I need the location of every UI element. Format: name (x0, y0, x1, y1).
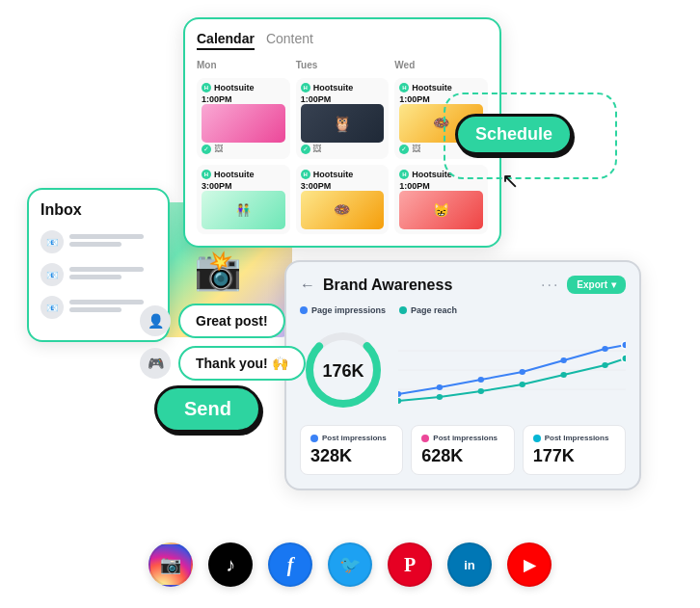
svg-point-17 (602, 362, 607, 368)
chat-row-0: 👤 Great post! (140, 304, 306, 338)
cal-cell-1[interactable]: HHootsuite 1:00PM 🦉 ✓ 🖼 (296, 78, 390, 159)
youtube-icon[interactable]: ▶ (507, 542, 552, 587)
brand-header: ← Brand Awareness ··· Export ▾ (300, 276, 626, 294)
chat-area: 👤 Great post! 🎮 Thank you! 🙌 (140, 304, 306, 388)
inbox-avatar-1: 📧 (40, 263, 64, 286)
metric-dot-fb (310, 435, 318, 442)
chat-avatar-0: 👤 (140, 305, 171, 336)
gauge-value: 176K (322, 361, 363, 382)
metric-dot-ig (421, 435, 429, 442)
export-chevron-icon: ▾ (611, 279, 616, 290)
schedule-button[interactable]: Schedule (455, 114, 573, 155)
legend-reach: Page reach (399, 305, 457, 315)
brand-content: 176K (300, 327, 626, 413)
svg-point-13 (437, 394, 443, 400)
inbox-avatar-0: 📧 (40, 230, 64, 253)
col-mon: Mon (197, 60, 290, 70)
cal-cell-4[interactable]: HHootsuite 3:00PM 🍩 (296, 165, 390, 234)
export-button[interactable]: Export ▾ (567, 276, 626, 294)
chat-bubble-0: Great post! (178, 304, 285, 338)
tab-calendar[interactable]: Calendar (197, 31, 255, 50)
metrics-row: Post impressions 328K Post impressions 6… (300, 425, 626, 475)
svg-point-8 (520, 369, 525, 375)
svg-point-7 (478, 377, 484, 383)
pinterest-icon[interactable]: P (388, 542, 432, 587)
gauge-text: 176K (322, 361, 363, 382)
svg-point-18 (622, 355, 626, 362)
send-button[interactable]: Send (154, 385, 261, 433)
twitter-icon[interactable]: 🐦 (328, 542, 372, 587)
svg-point-12 (398, 398, 401, 404)
svg-point-11 (622, 341, 626, 349)
brand-title: Brand Awareness (323, 277, 452, 294)
svg-point-16 (560, 372, 566, 378)
social-icons-row: 📷 ♪ f 🐦 P in ▶ (148, 542, 552, 587)
legend-dot-teal (399, 306, 407, 314)
linkedin-icon[interactable]: in (447, 542, 492, 587)
chat-row-1: 🎮 Thank you! 🙌 (140, 346, 306, 381)
inbox-lines-1 (69, 267, 156, 282)
cal-cell-3[interactable]: HHootsuite 3:00PM 👫 (197, 165, 290, 234)
svg-point-9 (560, 357, 566, 363)
inbox-item-0[interactable]: 📧 (40, 230, 156, 253)
calendar-tabs: Calendar Content (197, 31, 488, 50)
brand-more-icon[interactable]: ··· (541, 277, 559, 294)
svg-point-14 (478, 388, 484, 394)
tab-content[interactable]: Content (266, 31, 313, 50)
back-arrow-icon[interactable]: ← (300, 277, 315, 294)
brand-awareness-card: ← Brand Awareness ··· Export ▾ Page impr… (284, 260, 641, 490)
legend-impressions: Page impressions (300, 305, 386, 315)
col-tues: Tues (296, 60, 390, 70)
metric-value-1: 628K (421, 446, 503, 466)
metric-value-2: 177K (533, 446, 615, 466)
facebook-icon[interactable]: f (268, 542, 312, 587)
svg-point-5 (398, 391, 401, 397)
metric-dot-tw (533, 435, 541, 442)
metric-label-0: Post impressions (322, 434, 387, 442)
export-label: Export (577, 279, 607, 290)
svg-point-10 (602, 346, 607, 352)
legend-label-reach: Page reach (411, 305, 457, 315)
metric-label-2: Post Impressions (545, 434, 609, 442)
metric-0: Post impressions 328K (300, 425, 403, 475)
col-wed: Wed (394, 60, 488, 70)
metric-value-0: 328K (310, 446, 392, 466)
legend-label-impressions: Page impressions (311, 305, 386, 315)
inbox-lines-0 (69, 234, 156, 250)
chat-bubble-1: Thank you! 🙌 (178, 346, 306, 381)
cursor-icon: ↖ (501, 169, 519, 194)
brand-legend: Page impressions Page reach (300, 305, 626, 315)
metric-label-1: Post impressions (433, 434, 498, 442)
cal-cell-0[interactable]: HHootsuite 1:00PM ✓ 🖼 (197, 78, 290, 159)
inbox-item-2[interactable]: 📧 (40, 296, 156, 319)
instagram-icon[interactable]: 📷 (148, 542, 193, 587)
svg-point-15 (520, 382, 525, 387)
chart-svg (398, 331, 626, 409)
tiktok-icon[interactable]: ♪ (208, 542, 253, 587)
line-chart (398, 331, 626, 409)
inbox-item-1[interactable]: 📧 (40, 263, 156, 286)
metric-2: Post Impressions 177K (523, 425, 626, 475)
gauge: 176K (300, 327, 387, 413)
brand-title-row: ← Brand Awareness (300, 277, 452, 294)
scene: 📸 Calendar Content Mon Tues Wed HHootsui… (0, 0, 700, 608)
chat-avatar-1: 🎮 (140, 348, 171, 379)
metric-1: Post impressions 628K (411, 425, 514, 475)
calendar-headers: Mon Tues Wed (197, 60, 488, 74)
inbox-title: Inbox (40, 201, 156, 219)
schedule-label: Schedule (475, 124, 552, 145)
inbox-avatar-2: 📧 (40, 296, 64, 319)
svg-point-6 (437, 384, 443, 390)
